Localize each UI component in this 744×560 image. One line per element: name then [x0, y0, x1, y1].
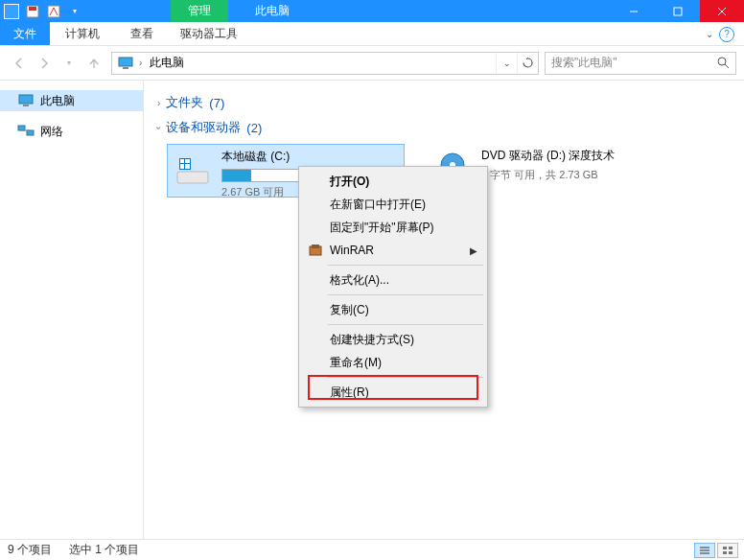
navigation-pane: 此电脑 网络 — [0, 81, 144, 539]
recent-locations-icon[interactable]: ▾ — [58, 52, 81, 75]
svg-point-9 — [718, 58, 726, 65]
hard-drive-icon — [174, 151, 212, 189]
expand-icon[interactable]: › — [153, 126, 164, 128]
ctx-pin-to-start[interactable]: 固定到"开始"屏幕(P) — [301, 216, 485, 239]
ctx-separator — [328, 294, 483, 295]
search-icon[interactable] — [717, 57, 730, 69]
ribbon-right-controls: ⌄ ? — [706, 22, 734, 46]
drive-name: 本地磁盘 (C:) — [221, 149, 398, 165]
ctx-open[interactable]: 打开(O) — [301, 170, 485, 193]
group-label: 设备和驱动器 — [166, 119, 241, 136]
expand-ribbon-icon[interactable]: ⌄ — [706, 29, 713, 39]
svg-rect-29 — [729, 547, 732, 549]
address-dropdown-icon[interactable]: ⌄ — [496, 53, 517, 74]
ctx-separator — [328, 265, 483, 266]
svg-rect-4 — [674, 8, 682, 15]
drive-usage-fill — [222, 170, 251, 181]
ctx-open-new-window[interactable]: 在新窗口中打开(E) — [301, 193, 485, 216]
svg-rect-16 — [177, 172, 208, 183]
view-mode-buttons — [694, 543, 738, 558]
ql-properties-icon[interactable] — [44, 2, 63, 21]
drive-sub: 0 字节 可用，共 2.73 GB — [481, 168, 681, 182]
svg-rect-1 — [29, 7, 36, 11]
svg-rect-19 — [185, 159, 190, 163]
drive-name: DVD 驱动器 (D:) 深度技术 — [481, 148, 681, 164]
network-icon — [17, 125, 35, 138]
ctx-winrar[interactable]: WinRAR ▶ — [301, 239, 485, 262]
svg-rect-7 — [119, 58, 132, 66]
close-button[interactable] — [700, 0, 744, 22]
svg-rect-8 — [123, 67, 128, 69]
sidebar-item-network[interactable]: 网络 — [0, 121, 143, 142]
ctx-separator — [328, 324, 483, 325]
status-selected-count: 选中 1 个项目 — [69, 542, 139, 558]
tab-computer[interactable]: 计算机 — [50, 22, 115, 45]
submenu-arrow-icon: ▶ — [470, 245, 477, 256]
ql-save-icon[interactable] — [23, 2, 42, 21]
context-menu: 打开(O) 在新窗口中打开(E) 固定到"开始"屏幕(P) WinRAR ▶ 格… — [298, 166, 488, 408]
refresh-button[interactable] — [517, 53, 538, 74]
svg-line-10 — [725, 64, 729, 68]
contextual-tab-manage[interactable]: 管理 — [171, 0, 228, 22]
minimize-button[interactable] — [612, 0, 656, 22]
ctx-rename[interactable]: 重命名(M) — [301, 351, 485, 374]
search-box[interactable]: 搜索"此电脑" — [545, 52, 736, 75]
group-count: (2) — [246, 121, 262, 135]
view-details-button[interactable] — [694, 543, 715, 558]
tab-drive-tools[interactable]: 驱动器工具 — [171, 22, 247, 46]
ctx-copy[interactable]: 复制(C) — [301, 298, 485, 321]
svg-rect-13 — [18, 126, 25, 130]
svg-rect-18 — [180, 159, 184, 163]
ctx-format[interactable]: 格式化(A)... — [301, 268, 485, 292]
this-pc-icon — [117, 57, 134, 70]
svg-rect-11 — [19, 95, 33, 104]
status-bar: 9 个项目 选中 1 个项目 — [0, 539, 744, 560]
sidebar-item-label: 网络 — [40, 124, 63, 140]
status-item-count: 9 个项目 — [8, 542, 52, 558]
sidebar-item-this-pc[interactable]: 此电脑 — [0, 90, 143, 111]
quick-launch: ▾ — [0, 2, 84, 21]
group-label: 文件夹 — [166, 94, 203, 111]
ctx-item-label: WinRAR — [330, 244, 374, 257]
address-bar[interactable]: › 此电脑 ⌄ — [111, 52, 539, 75]
ql-dropdown-icon[interactable]: ▾ — [65, 2, 84, 21]
tab-view[interactable]: 查看 — [115, 22, 169, 45]
window-controls — [612, 0, 744, 22]
help-icon[interactable]: ? — [719, 27, 734, 42]
svg-rect-30 — [723, 551, 727, 554]
svg-rect-33 — [312, 245, 319, 248]
forward-button[interactable] — [33, 52, 56, 75]
group-count: (7) — [209, 96, 224, 110]
title-bar: ▾ 管理 此电脑 — [0, 0, 744, 22]
tab-file[interactable]: 文件 — [0, 22, 50, 45]
back-button[interactable] — [8, 52, 31, 75]
ctx-create-shortcut[interactable]: 创建快捷方式(S) — [301, 328, 485, 351]
ctx-properties[interactable]: 属性(R) — [301, 381, 485, 404]
ctx-separator — [328, 377, 483, 378]
maximize-button[interactable] — [656, 0, 700, 22]
winrar-icon — [307, 242, 324, 259]
search-placeholder: 搜索"此电脑" — [551, 55, 617, 71]
svg-rect-31 — [729, 551, 732, 554]
group-folders[interactable]: › 文件夹 (7) — [157, 94, 744, 111]
svg-rect-21 — [185, 164, 190, 169]
svg-rect-28 — [723, 547, 727, 549]
system-icon[interactable] — [4, 4, 19, 19]
breadcrumb-this-pc[interactable]: 此电脑 — [144, 55, 190, 71]
view-large-icons-button[interactable] — [717, 543, 738, 558]
svg-rect-12 — [23, 105, 29, 106]
sidebar-item-label: 此电脑 — [40, 93, 75, 109]
navigation-bar: ▾ › 此电脑 ⌄ 搜索"此电脑" — [0, 46, 744, 81]
this-pc-icon — [17, 94, 35, 107]
svg-rect-20 — [180, 164, 184, 169]
svg-rect-14 — [27, 130, 34, 135]
up-button[interactable] — [82, 52, 105, 75]
breadcrumb-sep-icon[interactable]: › — [137, 58, 144, 68]
window-title: 此电脑 — [255, 0, 290, 22]
collapse-icon[interactable]: › — [157, 98, 160, 108]
group-devices[interactable]: › 设备和驱动器 (2) — [157, 119, 744, 136]
ribbon-tabs: 文件 计算机 查看 驱动器工具 ⌄ ? — [0, 22, 744, 46]
